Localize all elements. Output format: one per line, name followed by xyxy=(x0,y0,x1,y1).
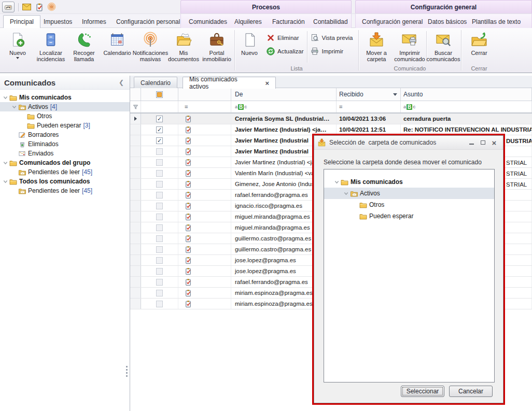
select-all-column-header[interactable] xyxy=(141,88,178,101)
filter-cell-de[interactable]: aBc xyxy=(231,101,337,112)
tree-item-pendientes-de-leer[interactable]: Pendientes de leer[45] xyxy=(0,186,130,195)
row-checkbox[interactable] xyxy=(141,190,178,200)
chevron-expanded-icon[interactable] xyxy=(333,180,340,185)
unread-count: [45] xyxy=(82,168,92,176)
restore-icon[interactable] xyxy=(477,138,488,147)
vista-previa-button[interactable]: Vista previa xyxy=(311,33,353,42)
eliminar-button[interactable]: Eliminar xyxy=(266,33,304,42)
tree-item-pueden-esperar[interactable]: Pueden esperar[3] xyxy=(0,121,130,130)
imprimir-button[interactable]: Imprimir xyxy=(311,47,353,55)
cell-de: Javier Martinez (Industrial) <ja… xyxy=(231,124,337,135)
filter-cell-checkbox[interactable] xyxy=(141,101,178,112)
tab-informes[interactable]: Informes xyxy=(76,15,113,28)
row-checkbox[interactable] xyxy=(141,233,178,244)
splitter-grip-icon[interactable] xyxy=(126,366,128,377)
tab-mis-comunicados-activos[interactable]: Mis comunicados activos × xyxy=(183,77,276,89)
tab-principal[interactable]: Principal xyxy=(3,15,40,28)
row-checkbox[interactable] xyxy=(141,299,178,309)
tab-impuestos[interactable]: Impuestos xyxy=(37,15,78,28)
recoger-button[interactable]: Recoger llamada xyxy=(67,29,101,64)
row-checkbox[interactable] xyxy=(141,146,178,157)
close-icon[interactable]: × xyxy=(488,138,500,147)
row-checkbox[interactable] xyxy=(141,201,178,211)
dialog-titlebar[interactable]: Selección de carpeta de comunicados × xyxy=(314,136,503,150)
row-indicator xyxy=(130,233,141,244)
column-header-asunto[interactable]: Asunto xyxy=(401,88,532,101)
chevron-expanded-icon[interactable] xyxy=(11,105,18,109)
tab-plantillas-texto[interactable]: Plantillas de texto xyxy=(466,15,527,28)
chevron-expanded-icon[interactable] xyxy=(343,191,349,196)
notificaciones-button[interactable]: Notificaciones masivas xyxy=(134,29,167,64)
row-checkbox[interactable] xyxy=(141,244,178,254)
clipboard-check-icon xyxy=(178,222,231,233)
chevron-expanded-icon[interactable] xyxy=(2,95,9,100)
row-checkbox[interactable]: ✓ xyxy=(141,114,178,124)
row-checkbox[interactable] xyxy=(141,168,178,178)
row-indicator xyxy=(130,255,141,265)
tab-comunidades[interactable]: Comunidades xyxy=(183,15,233,28)
clipboard-check-icon[interactable] xyxy=(35,3,44,11)
nuevo-button[interactable]: Nuevo xyxy=(1,29,34,61)
tree-item-activos[interactable]: Activos xyxy=(324,188,494,199)
funnel-icon[interactable] xyxy=(130,101,141,112)
cerrar-button[interactable]: Cerrar xyxy=(463,29,496,65)
tab-alquileres[interactable]: Alquileres xyxy=(228,15,268,28)
tree-item-todos-los-comunicados[interactable]: Todos los comunicados xyxy=(0,177,130,186)
tab-contabilidad[interactable]: Contabilidad xyxy=(307,15,354,28)
tree-item-otros[interactable]: Otros xyxy=(0,111,130,121)
tree-item-mis-comunicados[interactable]: Mis comunicados xyxy=(0,93,130,102)
row-checkbox[interactable] xyxy=(141,277,178,287)
imprimir-button[interactable]: Imprimir comunicado xyxy=(393,29,426,65)
row-checkbox[interactable]: ✓ xyxy=(141,135,178,146)
collapse-sidebar-icon[interactable]: ❮ xyxy=(117,79,125,86)
portal-button[interactable]: Portal inmobiliario xyxy=(200,29,233,64)
row-checkbox[interactable] xyxy=(141,179,178,189)
tab-facturacion[interactable]: Facturación xyxy=(266,15,311,28)
tree-item-enviados[interactable]: Enviados xyxy=(0,149,130,158)
buscar-button[interactable]: Buscar comunicados xyxy=(427,29,460,65)
mail-icon[interactable] xyxy=(22,3,31,11)
row-checkbox[interactable] xyxy=(141,288,178,298)
clipboard-check-icon xyxy=(178,157,231,167)
nuevo-list-button[interactable]: Nuevo xyxy=(236,29,263,65)
mis-documentos-button[interactable]: Mis documentos xyxy=(167,29,200,64)
tree-item-borradores[interactable]: Borradores xyxy=(0,130,130,139)
tree-item-mis-comunicados[interactable]: Mis comunicados xyxy=(324,176,494,188)
cell-recibido: 10/04/2021 13:06 xyxy=(337,114,401,124)
contextual-group-procesos: Procesos xyxy=(180,0,352,13)
tree-item-pendientes-de-leer[interactable]: Pendientes de leer[45] xyxy=(0,167,130,177)
phone-icon[interactable] xyxy=(2,2,15,12)
tab-configuracion-personal[interactable]: Configuración personal xyxy=(110,15,186,28)
tree-item-eliminados[interactable]: Eliminados xyxy=(0,139,130,149)
cancelar-button[interactable]: Cancelar xyxy=(449,386,493,397)
minimize-icon[interactable] xyxy=(466,138,477,147)
filter-cell-icon[interactable]: = xyxy=(178,101,231,112)
mover-a-button[interactable]: Mover a carpeta xyxy=(360,29,393,65)
tab-configuracion-general[interactable]: Configuración general xyxy=(356,15,429,28)
row-checkbox[interactable] xyxy=(141,222,178,233)
table-row[interactable]: ✓Cerrajeria Soyma SL (Industrial…10/04/2… xyxy=(130,114,532,124)
row-checkbox[interactable] xyxy=(141,255,178,265)
chevron-expanded-icon[interactable] xyxy=(2,179,9,184)
tree-item-activos[interactable]: Activos[4] xyxy=(0,102,130,111)
row-checkbox[interactable] xyxy=(141,266,178,276)
tree-item-pueden-esperar[interactable]: Pueden esperar xyxy=(324,210,494,222)
calendario-button[interactable]: Calendario xyxy=(101,29,134,58)
chevron-down-icon xyxy=(16,57,19,59)
tab-calendario[interactable]: Calendario xyxy=(134,77,177,88)
row-checkbox[interactable] xyxy=(141,211,178,222)
localizar-button[interactable]: Localizar incidencias xyxy=(34,29,67,64)
tree-item-otros[interactable]: Otros xyxy=(324,199,494,210)
seleccionar-button[interactable]: Seleccionar xyxy=(401,386,444,397)
column-header-recibido[interactable]: Recibido xyxy=(337,88,401,101)
filter-cell-recibido[interactable]: = xyxy=(337,101,401,112)
filter-cell-asunto[interactable]: aBc xyxy=(401,101,532,112)
chevron-expanded-icon[interactable] xyxy=(2,161,9,165)
actualizar-button[interactable]: Actualizar xyxy=(266,47,304,55)
row-checkbox[interactable]: ✓ xyxy=(141,124,178,135)
broadcast-icon[interactable] xyxy=(47,3,56,11)
close-tab-icon[interactable]: × xyxy=(265,79,269,87)
select-all-checkbox-icon[interactable] xyxy=(156,91,163,98)
tree-item-comunicados-del-grupo[interactable]: Comunicados del grupo xyxy=(0,158,130,167)
row-checkbox[interactable] xyxy=(141,157,178,167)
